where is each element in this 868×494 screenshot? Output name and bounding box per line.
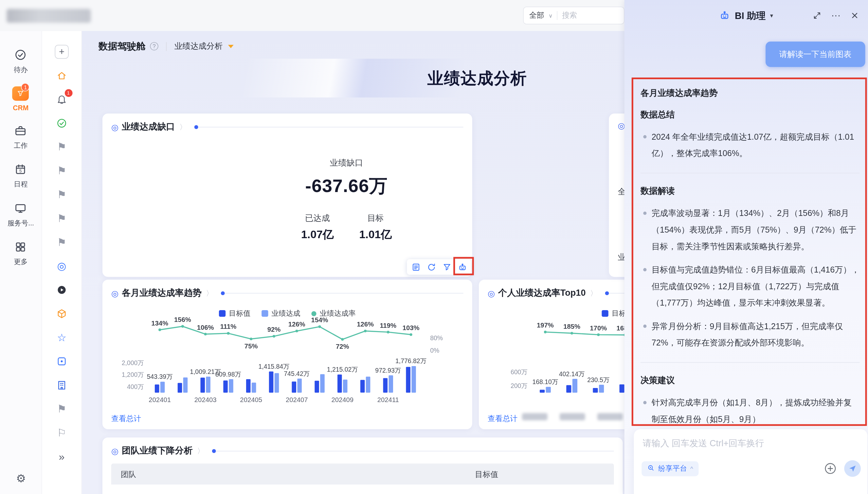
settings-gear-icon[interactable]: ⚙ (0, 472, 42, 485)
nav-item-service[interactable]: 服务号... (7, 201, 34, 228)
clipped-text: 业 (618, 252, 624, 262)
chevron-right-icon[interactable]: 〉 (590, 288, 597, 298)
app-logo (6, 9, 91, 23)
caret-up-icon: ^ (690, 465, 693, 472)
robot-icon (719, 10, 731, 21)
blurred-name (597, 413, 623, 420)
flag-icon[interactable]: ⚑ (50, 397, 73, 421)
secondary-nav: +1⚑⚑⚑⚑⚑◎☆⚑⚐» (42, 31, 82, 494)
star-icon[interactable]: ☆ (50, 325, 73, 349)
header-rule (221, 291, 464, 295)
card-partial: ◎ 全 业 (609, 114, 624, 277)
svg-text:200万: 200万 (511, 382, 528, 389)
column-header: 团队 (112, 470, 466, 479)
divider (166, 42, 167, 51)
assistant-report: 各月业绩达成率趋势数据总结2024 年全年业绩完成值达1.07亿，超额完成目标（… (634, 78, 868, 425)
svg-text:185%: 185% (563, 323, 580, 330)
svg-text:126%: 126% (288, 321, 305, 328)
card-team-decline: ◎ 团队业绩下降分析 〉 团队目标值 (102, 437, 623, 494)
chevron-down-icon[interactable]: ▾ (770, 12, 773, 19)
view-total-link[interactable]: 查看总计 (488, 414, 517, 424)
section-heading: 数据解读 (641, 186, 860, 197)
report-bullet: 针对高完成率月份（如1月、8月），提炼成功经验并复制至低效月份（如5月、9月） (641, 394, 860, 425)
home-icon[interactable] (50, 64, 73, 88)
flag-icon[interactable]: ⚑ (50, 159, 73, 183)
view-total-link[interactable]: 查看总计 (111, 414, 141, 424)
attach-plus-icon[interactable] (823, 461, 837, 476)
global-search[interactable]: 全部 ∨ 搜索 (523, 6, 624, 24)
flag-outline-icon[interactable]: ⚐ (50, 421, 73, 445)
dashboard-selector[interactable]: 业绩达成分析 (174, 41, 223, 51)
svg-text:154%: 154% (311, 316, 328, 324)
flag-icon[interactable]: ⚑ (50, 135, 73, 159)
close-icon[interactable] (849, 10, 860, 21)
flag-icon[interactable]: ⚑ (50, 206, 73, 230)
flag-icon[interactable]: ⚑ (50, 230, 73, 254)
blurred-name (560, 413, 585, 420)
target-stat: 目标 1.01亿 (359, 213, 392, 242)
cube-icon[interactable] (50, 302, 73, 326)
assistant-header-actions: ··· (811, 0, 860, 31)
header-rule (212, 449, 614, 453)
search-input[interactable]: 搜索 (562, 11, 577, 20)
card-header: ◎ 各月业绩达成率趋势 〉 (102, 280, 472, 299)
svg-text:230.5万: 230.5万 (587, 376, 609, 383)
nav-item-label: CRM (13, 104, 29, 112)
top10-chart: 600万200万168.10万402.14万230.5万197%185%170%… (482, 315, 624, 413)
list-icon[interactable] (409, 261, 422, 273)
svg-text:400万: 400万 (127, 383, 144, 390)
metric-stats: 已达成 1.07亿 目标 1.01亿 (301, 213, 392, 242)
card-bullet-icon: ◎ (111, 447, 118, 455)
nav-item-crm[interactable]: 1CRM (7, 87, 34, 112)
platform-tag[interactable]: 纷享平台 ^ (642, 461, 698, 476)
search-scope-dropdown[interactable]: 全部 (529, 11, 544, 20)
interpret-chart-button[interactable]: 请解读一下当前图表 (766, 41, 865, 67)
more-menu-icon[interactable]: ··· (830, 10, 842, 21)
done-check-icon[interactable] (50, 111, 73, 135)
chevron-right-icon[interactable]: 〉 (206, 288, 213, 298)
header-rule (194, 125, 464, 129)
svg-text:106%: 106% (197, 324, 214, 331)
svg-text:1,415.84万: 1,415.84万 (258, 363, 289, 370)
achieved-label: 已达成 (301, 213, 334, 224)
nav-item-label: 更多 (14, 258, 27, 267)
svg-text:111%: 111% (220, 323, 237, 330)
target-value: 1.01亿 (359, 227, 392, 242)
nav-item-calendar[interactable]: 5日程 (7, 162, 34, 189)
svg-text:0%: 0% (430, 347, 439, 354)
clipped-text: 全 (618, 187, 624, 197)
card-top10: ◎ 个人业绩达成率Top10 〉 目标值业绩达成业绩达成率 600万200万16… (479, 280, 624, 429)
breadcrumb: 数据驾驶舱 ? 业绩达成分析 (98, 40, 234, 53)
send-icon[interactable] (844, 460, 861, 477)
chevron-right-icon[interactable]: 〉 (197, 446, 204, 456)
report-bullet: 完成率波动显著：1月（134%）、2月（156%）和8月（154%）表现优异，而… (641, 205, 860, 254)
nav-item-todo[interactable]: 待办 (7, 48, 34, 75)
add-icon[interactable]: + (50, 40, 73, 64)
message-input[interactable]: 请输入 回车发送 Ctrl+回车换行 (643, 438, 859, 450)
svg-text:202403: 202403 (194, 396, 217, 403)
collapse-icon[interactable]: » (50, 444, 73, 469)
nav-item-more[interactable]: 更多 (7, 240, 34, 267)
target-icon[interactable]: ◎ (50, 254, 73, 278)
svg-text:202407: 202407 (286, 396, 308, 403)
check-circle-icon (13, 48, 29, 62)
chevron-right-icon[interactable]: 〉 (180, 122, 187, 132)
robot-icon[interactable] (456, 261, 469, 273)
help-icon[interactable]: ? (150, 42, 158, 50)
app-root: 全部 ∨ 搜索 待办1CRM工作5日程服务号...更多 ⚙ +1⚑⚑⚑⚑⚑◎☆⚑… (0, 0, 868, 494)
report-bullet: 2024 年全年业绩完成值达1.07亿，超额完成目标（1.01亿），整体完成率1… (641, 129, 860, 162)
svg-text:402.14万: 402.14万 (559, 370, 585, 378)
expand-icon[interactable] (811, 10, 823, 21)
nav-item-work[interactable]: 工作 (7, 124, 34, 151)
play-icon[interactable] (50, 278, 73, 302)
app-square-icon[interactable] (50, 349, 73, 373)
flag-icon[interactable]: ⚑ (50, 183, 73, 207)
svg-text:202401: 202401 (149, 396, 171, 403)
report-title: 各月业绩达成率趋势 (641, 87, 860, 99)
filter-icon[interactable] (440, 261, 454, 273)
notification-bell-icon[interactable]: 1 (50, 87, 73, 111)
input-actions-row: 纷享平台 ^ (642, 460, 861, 477)
primary-nav-items: 待办1CRM工作5日程服务号...更多 (7, 48, 34, 279)
refresh-icon[interactable] (424, 261, 438, 273)
org-building-icon[interactable] (50, 373, 73, 397)
